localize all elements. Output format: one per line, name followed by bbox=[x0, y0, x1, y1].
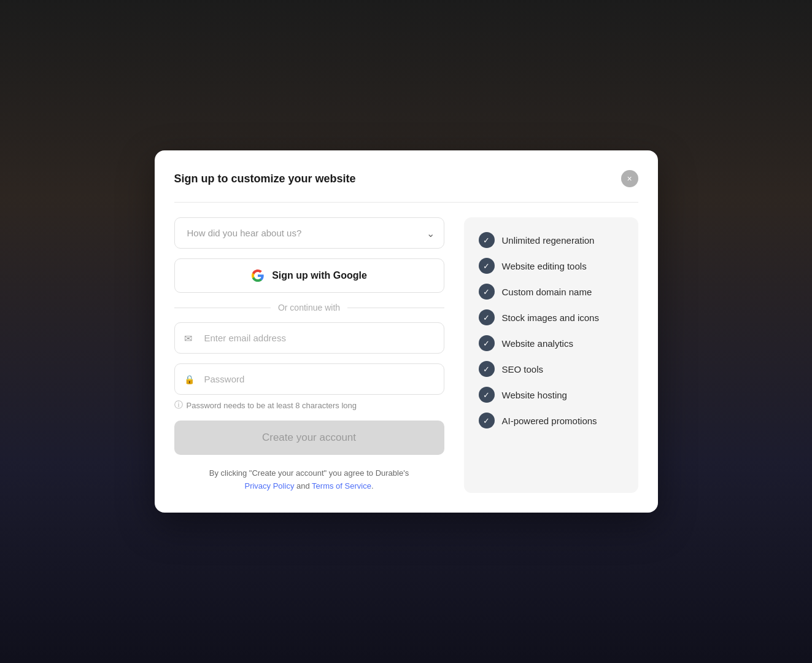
close-button[interactable]: × bbox=[621, 170, 638, 187]
password-hint-text: Password needs to be at least 8 characte… bbox=[187, 401, 357, 410]
feature-item: ✓Unlimited regeneration bbox=[479, 232, 624, 248]
check-icon: ✓ bbox=[479, 335, 495, 351]
feature-label: Website analytics bbox=[502, 338, 573, 349]
modal-body: How did you hear about us? ⌄ Sign up wit… bbox=[174, 217, 638, 493]
password-wrapper: 🔒 bbox=[174, 363, 444, 395]
feature-item: ✓Website analytics bbox=[479, 335, 624, 351]
hear-about-select[interactable]: How did you hear about us? bbox=[174, 217, 444, 249]
feature-item: ✓Stock images and icons bbox=[479, 309, 624, 325]
privacy-policy-link[interactable]: Privacy Policy bbox=[244, 481, 294, 490]
info-icon: ⓘ bbox=[174, 400, 183, 411]
feature-label: AI-powered promotions bbox=[502, 416, 597, 426]
password-input[interactable] bbox=[174, 363, 444, 395]
feature-item: ✓Custom domain name bbox=[479, 284, 624, 300]
check-icon: ✓ bbox=[479, 232, 495, 248]
signup-modal: Sign up to customize your website × How … bbox=[155, 150, 658, 513]
password-hint: ⓘ Password needs to be at least 8 charac… bbox=[174, 400, 444, 411]
email-input[interactable] bbox=[174, 322, 444, 354]
check-icon: ✓ bbox=[479, 361, 495, 377]
modal-overlay: Sign up to customize your website × How … bbox=[0, 0, 812, 663]
feature-label: Custom domain name bbox=[502, 287, 592, 297]
footer-period: . bbox=[371, 481, 374, 490]
footer-and-text: and bbox=[296, 481, 312, 490]
footer-before-text: By clicking "Create your account" you ag… bbox=[209, 468, 409, 478]
feature-label: Website hosting bbox=[502, 390, 567, 400]
check-icon: ✓ bbox=[479, 387, 495, 403]
divider-text: Or continue with bbox=[278, 303, 340, 312]
email-wrapper: ✉ bbox=[174, 322, 444, 354]
check-icon: ✓ bbox=[479, 413, 495, 428]
feature-label: Website editing tools bbox=[502, 261, 587, 271]
feature-label: Stock images and icons bbox=[502, 312, 599, 323]
google-signup-button[interactable]: Sign up with Google bbox=[174, 258, 444, 293]
footer-text: By clicking "Create your account" you ag… bbox=[174, 467, 444, 493]
feature-item: ✓Website hosting bbox=[479, 387, 624, 403]
check-icon: ✓ bbox=[479, 309, 495, 325]
modal-title: Sign up to customize your website bbox=[174, 173, 356, 185]
create-account-button[interactable]: Create your account bbox=[174, 421, 444, 455]
check-icon: ✓ bbox=[479, 284, 495, 300]
feature-item: ✓Website editing tools bbox=[479, 258, 624, 274]
google-icon bbox=[251, 269, 265, 282]
feature-item: ✓SEO tools bbox=[479, 361, 624, 377]
modal-header: Sign up to customize your website × bbox=[174, 170, 638, 203]
google-button-label: Sign up with Google bbox=[272, 270, 367, 281]
feature-label: Unlimited regeneration bbox=[502, 235, 595, 246]
terms-of-service-link[interactable]: Terms of Service bbox=[312, 481, 371, 490]
form-column: How did you hear about us? ⌄ Sign up wit… bbox=[174, 217, 444, 493]
feature-label: SEO tools bbox=[502, 364, 544, 374]
hear-about-wrapper: How did you hear about us? ⌄ bbox=[174, 217, 444, 249]
or-divider: Or continue with bbox=[174, 303, 444, 312]
features-column: ✓Unlimited regeneration✓Website editing … bbox=[464, 217, 638, 493]
check-icon: ✓ bbox=[479, 258, 495, 274]
feature-item: ✓AI-powered promotions bbox=[479, 413, 624, 428]
